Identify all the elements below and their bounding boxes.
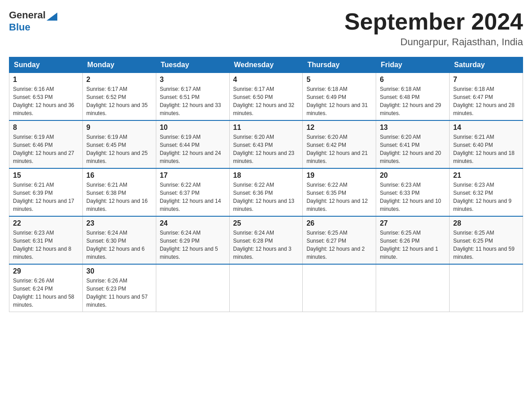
calendar-cell: 2Sunrise: 6:17 AMSunset: 6:52 PMDaylight… (82, 73, 156, 121)
day-info: Sunrise: 6:26 AMSunset: 6:23 PMDaylight:… (86, 277, 152, 309)
header: General Blue September 2024 Dungarpur, R… (9, 9, 523, 48)
calendar-cell: 28Sunrise: 6:25 AMSunset: 6:25 PMDayligh… (450, 216, 523, 264)
calendar-cell: 15Sunrise: 6:21 AMSunset: 6:39 PMDayligh… (9, 168, 83, 216)
day-info: Sunrise: 6:18 AMSunset: 6:48 PMDaylight:… (380, 85, 446, 117)
day-number: 9 (86, 124, 152, 132)
col-header-thursday: Thursday (303, 57, 376, 73)
calendar-cell: 4Sunrise: 6:17 AMSunset: 6:50 PMDaylight… (229, 73, 303, 121)
day-number: 16 (86, 171, 152, 180)
day-number: 23 (86, 219, 152, 227)
day-number: 1 (13, 76, 79, 84)
day-info: Sunrise: 6:19 AMSunset: 6:45 PMDaylight:… (86, 133, 152, 165)
day-number: 17 (160, 171, 226, 180)
day-number: 18 (233, 171, 299, 180)
day-info: Sunrise: 6:22 AMSunset: 6:35 PMDaylight:… (306, 181, 372, 213)
day-number: 20 (380, 171, 446, 180)
day-number: 28 (453, 219, 519, 227)
subtitle: Dungarpur, Rajasthan, India (344, 36, 523, 48)
day-number: 26 (306, 219, 372, 227)
day-number: 2 (86, 76, 152, 84)
calendar-cell: 29Sunrise: 6:26 AMSunset: 6:24 PMDayligh… (9, 264, 83, 312)
day-number: 30 (86, 267, 152, 275)
calendar-cell: 21Sunrise: 6:23 AMSunset: 6:32 PMDayligh… (450, 168, 523, 216)
day-number: 6 (380, 76, 446, 84)
col-header-saturday: Saturday (450, 57, 523, 73)
title-area: September 2024 Dungarpur, Rajasthan, Ind… (344, 9, 523, 48)
day-info: Sunrise: 6:18 AMSunset: 6:47 PMDaylight:… (453, 85, 519, 117)
calendar-cell (229, 264, 303, 312)
calendar-cell: 8Sunrise: 6:19 AMSunset: 6:46 PMDaylight… (9, 120, 83, 168)
day-number: 22 (13, 219, 79, 227)
calendar-cell: 16Sunrise: 6:21 AMSunset: 6:38 PMDayligh… (82, 168, 156, 216)
day-number: 5 (306, 76, 372, 84)
calendar-cell: 10Sunrise: 6:19 AMSunset: 6:44 PMDayligh… (156, 120, 229, 168)
calendar-week-row: 29Sunrise: 6:26 AMSunset: 6:24 PMDayligh… (9, 264, 523, 312)
calendar-cell: 23Sunrise: 6:24 AMSunset: 6:30 PMDayligh… (82, 216, 156, 264)
col-header-tuesday: Tuesday (156, 57, 229, 73)
logo: General Blue (9, 9, 58, 33)
day-info: Sunrise: 6:21 AMSunset: 6:39 PMDaylight:… (13, 181, 79, 213)
day-info: Sunrise: 6:20 AMSunset: 6:43 PMDaylight:… (233, 133, 299, 165)
day-number: 25 (233, 219, 299, 227)
day-info: Sunrise: 6:21 AMSunset: 6:38 PMDaylight:… (86, 181, 152, 213)
day-info: Sunrise: 6:25 AMSunset: 6:25 PMDaylight:… (453, 229, 519, 261)
day-info: Sunrise: 6:22 AMSunset: 6:37 PMDaylight:… (160, 181, 226, 213)
logo-triangle-icon (46, 9, 58, 21)
calendar-week-row: 22Sunrise: 6:23 AMSunset: 6:31 PMDayligh… (9, 216, 523, 264)
day-info: Sunrise: 6:17 AMSunset: 6:50 PMDaylight:… (233, 85, 299, 117)
col-header-wednesday: Wednesday (229, 57, 303, 73)
day-number: 29 (13, 267, 79, 275)
day-number: 14 (453, 124, 519, 132)
day-info: Sunrise: 6:16 AMSunset: 6:53 PMDaylight:… (13, 85, 79, 117)
day-number: 13 (380, 124, 446, 132)
calendar-week-row: 1Sunrise: 6:16 AMSunset: 6:53 PMDaylight… (9, 73, 523, 121)
day-info: Sunrise: 6:25 AMSunset: 6:27 PMDaylight:… (306, 229, 372, 261)
calendar-cell: 25Sunrise: 6:24 AMSunset: 6:28 PMDayligh… (229, 216, 303, 264)
day-info: Sunrise: 6:21 AMSunset: 6:40 PMDaylight:… (453, 133, 519, 165)
day-info: Sunrise: 6:20 AMSunset: 6:41 PMDaylight:… (380, 133, 446, 165)
day-info: Sunrise: 6:25 AMSunset: 6:26 PMDaylight:… (380, 229, 446, 261)
day-info: Sunrise: 6:20 AMSunset: 6:42 PMDaylight:… (306, 133, 372, 165)
calendar-cell (450, 264, 523, 312)
day-number: 27 (380, 219, 446, 227)
calendar-cell: 5Sunrise: 6:18 AMSunset: 6:49 PMDaylight… (303, 73, 376, 121)
calendar-cell: 27Sunrise: 6:25 AMSunset: 6:26 PMDayligh… (376, 216, 450, 264)
logo-general: General (9, 9, 46, 21)
logo-blue: Blue (9, 21, 58, 33)
day-info: Sunrise: 6:19 AMSunset: 6:46 PMDaylight:… (13, 133, 79, 165)
day-info: Sunrise: 6:19 AMSunset: 6:44 PMDaylight:… (160, 133, 226, 165)
day-number: 4 (233, 76, 299, 84)
calendar-cell: 26Sunrise: 6:25 AMSunset: 6:27 PMDayligh… (303, 216, 376, 264)
day-info: Sunrise: 6:18 AMSunset: 6:49 PMDaylight:… (306, 85, 372, 117)
day-number: 10 (160, 124, 226, 132)
calendar-cell: 20Sunrise: 6:23 AMSunset: 6:33 PMDayligh… (376, 168, 450, 216)
col-header-sunday: Sunday (9, 57, 83, 73)
col-header-friday: Friday (376, 57, 450, 73)
calendar-week-row: 8Sunrise: 6:19 AMSunset: 6:46 PMDaylight… (9, 120, 523, 168)
calendar-cell: 14Sunrise: 6:21 AMSunset: 6:40 PMDayligh… (450, 120, 523, 168)
calendar-week-row: 15Sunrise: 6:21 AMSunset: 6:39 PMDayligh… (9, 168, 523, 216)
day-info: Sunrise: 6:24 AMSunset: 6:29 PMDaylight:… (160, 229, 226, 261)
day-info: Sunrise: 6:24 AMSunset: 6:28 PMDaylight:… (233, 229, 299, 261)
day-number: 7 (453, 76, 519, 84)
main-title: September 2024 (344, 9, 523, 34)
day-info: Sunrise: 6:24 AMSunset: 6:30 PMDaylight:… (86, 229, 152, 261)
day-info: Sunrise: 6:17 AMSunset: 6:51 PMDaylight:… (160, 85, 226, 117)
day-number: 3 (160, 76, 226, 84)
day-number: 11 (233, 124, 299, 132)
day-number: 12 (306, 124, 372, 132)
calendar-cell: 18Sunrise: 6:22 AMSunset: 6:36 PMDayligh… (229, 168, 303, 216)
calendar-cell: 30Sunrise: 6:26 AMSunset: 6:23 PMDayligh… (82, 264, 156, 312)
day-info: Sunrise: 6:17 AMSunset: 6:52 PMDaylight:… (86, 85, 152, 117)
calendar-cell: 22Sunrise: 6:23 AMSunset: 6:31 PMDayligh… (9, 216, 83, 264)
calendar-cell: 13Sunrise: 6:20 AMSunset: 6:41 PMDayligh… (376, 120, 450, 168)
day-info: Sunrise: 6:23 AMSunset: 6:32 PMDaylight:… (453, 181, 519, 213)
day-info: Sunrise: 6:26 AMSunset: 6:24 PMDaylight:… (13, 277, 79, 309)
day-number: 8 (13, 124, 79, 132)
calendar-header-row: SundayMondayTuesdayWednesdayThursdayFrid… (9, 57, 523, 73)
day-number: 19 (306, 171, 372, 180)
svg-marker-0 (47, 13, 57, 21)
day-info: Sunrise: 6:22 AMSunset: 6:36 PMDaylight:… (233, 181, 299, 213)
calendar-cell: 6Sunrise: 6:18 AMSunset: 6:48 PMDaylight… (376, 73, 450, 121)
day-info: Sunrise: 6:23 AMSunset: 6:33 PMDaylight:… (380, 181, 446, 213)
